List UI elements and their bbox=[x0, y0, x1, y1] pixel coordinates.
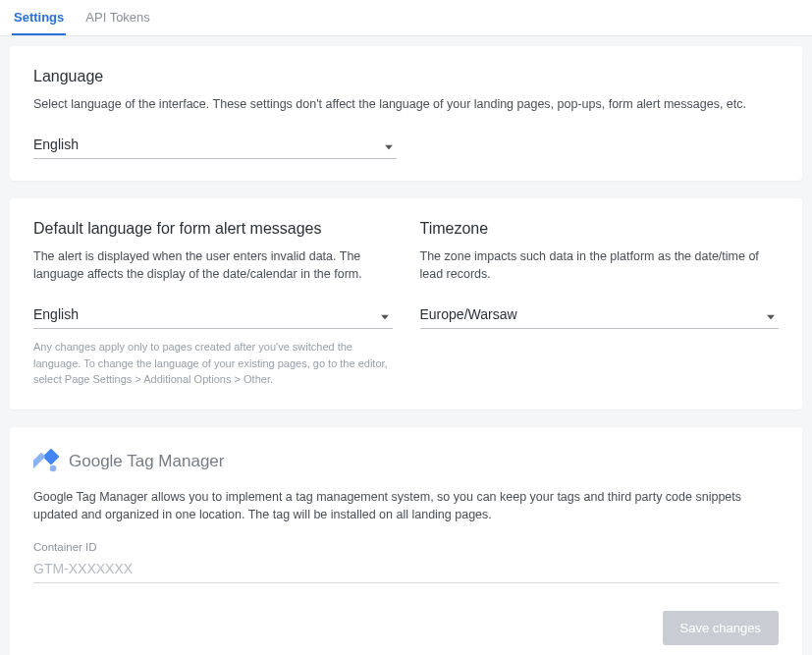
svg-point-2 bbox=[50, 465, 57, 472]
language-select[interactable]: English bbox=[33, 131, 397, 159]
card-form-timezone: Default language for form alert messages… bbox=[10, 198, 802, 409]
language-select-value: English bbox=[33, 131, 397, 159]
card-language: Language Select language of the interfac… bbox=[10, 46, 802, 181]
timezone-desc: The zone impacts such data in the platfo… bbox=[420, 247, 780, 283]
form-lang-hint: Any changes apply only to pages created … bbox=[33, 339, 393, 388]
card-gtm: Google Tag Manager Google Tag Manager al… bbox=[10, 427, 802, 655]
save-changes-button[interactable]: Save changes bbox=[663, 611, 779, 645]
timezone-select[interactable]: Europe/Warsaw bbox=[420, 300, 780, 329]
timezone-title: Timezone bbox=[420, 220, 780, 238]
gtm-title: Google Tag Manager bbox=[69, 452, 224, 471]
gtm-field-label: Container ID bbox=[33, 541, 779, 553]
tabs-bar: Settings API Tokens bbox=[0, 0, 812, 36]
gtm-container-id-input[interactable] bbox=[33, 555, 779, 583]
col-form-language: Default language for form alert messages… bbox=[33, 220, 393, 388]
gtm-actions: Save changes bbox=[33, 611, 779, 645]
col-timezone: Timezone The zone impacts such data in t… bbox=[420, 220, 780, 388]
form-lang-title: Default language for form alert messages bbox=[33, 220, 393, 238]
form-lang-desc: The alert is displayed when the user ent… bbox=[33, 247, 393, 283]
language-desc: Select language of the interface. These … bbox=[33, 95, 779, 113]
form-lang-select-value: English bbox=[33, 300, 393, 329]
gtm-desc: Google Tag Manager allows you to impleme… bbox=[33, 488, 779, 523]
tab-api-tokens[interactable]: API Tokens bbox=[83, 0, 152, 35]
page-content: Language Select language of the interfac… bbox=[0, 36, 812, 655]
form-lang-select[interactable]: English bbox=[33, 300, 393, 329]
language-title: Language bbox=[33, 68, 779, 85]
tab-settings[interactable]: Settings bbox=[12, 0, 66, 35]
svg-rect-1 bbox=[33, 453, 45, 469]
google-tag-manager-icon bbox=[33, 449, 59, 474]
gtm-header: Google Tag Manager bbox=[33, 449, 779, 474]
timezone-select-value: Europe/Warsaw bbox=[420, 300, 780, 329]
